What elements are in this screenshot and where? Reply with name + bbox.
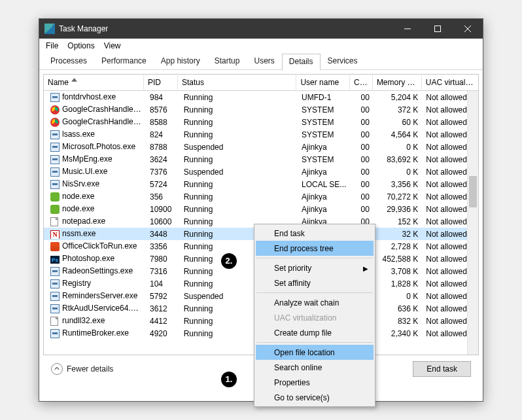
context-menu: End taskEnd process treeSet priority▶Set… [254, 224, 375, 407]
cell-pid: 8788 [146, 143, 180, 152]
scrollbar-thumb[interactable] [469, 176, 477, 207]
menu-item-open-file-location[interactable]: Open file location [256, 345, 374, 360]
cell-name: Nnssm.exe [46, 229, 146, 239]
tab-services[interactable]: Services [321, 53, 365, 69]
cell-user: Ajinkya [298, 205, 351, 214]
process-row[interactable]: Microsoft.Photos.exe8788SuspendedAjinkya… [44, 141, 478, 153]
cell-pid: 8588 [146, 118, 180, 127]
menu-separator [256, 342, 373, 343]
process-row[interactable]: node.exe10900RunningAjinkya0029,936 KNot… [44, 203, 478, 215]
cell-memory: 0 K [374, 292, 422, 301]
column-headers[interactable]: Name PID Status User name CPU Memory (a.… [44, 75, 478, 91]
col-name[interactable]: Name [44, 75, 144, 90]
process-row[interactable]: GoogleCrashHandler...8576RunningSYSTEM00… [44, 103, 478, 116]
menu-options[interactable]: Options [67, 41, 94, 50]
cell-user: SYSTEM [298, 118, 351, 127]
cell-name: rundll32.exe [46, 316, 146, 326]
annotation-2: 2. [221, 253, 237, 269]
tab-processes[interactable]: Processes [43, 53, 94, 69]
menu-item-set-priority[interactable]: Set priority▶ [256, 260, 374, 275]
col-uac[interactable]: UAC virtualizat... [422, 75, 478, 90]
tab-startup[interactable]: Startup [207, 53, 247, 69]
tab-users[interactable]: Users [247, 53, 281, 69]
col-status[interactable]: Status [178, 75, 296, 90]
cell-memory: 152 K [374, 217, 422, 226]
end-task-button[interactable]: End task [413, 361, 471, 377]
process-row[interactable]: fontdrvhost.exe984RunningUMFD-1005,204 K… [44, 91, 478, 103]
n-icon: N [50, 230, 60, 239]
process-row[interactable]: GoogleCrashHandler...8588RunningSYSTEM00… [44, 116, 478, 128]
process-row[interactable]: node.exe356RunningAjinkya0070,272 KNot a… [44, 190, 478, 203]
cell-name: NisSrv.exe [46, 179, 146, 189]
tab-performance[interactable]: Performance [94, 53, 154, 69]
process-row[interactable]: NisSrv.exe5724RunningLOCAL SE...003,356 … [44, 178, 478, 190]
chevron-up-icon [51, 363, 63, 375]
cell-name: Microsoft.Photos.exe [46, 142, 146, 152]
cell-user: Ajinkya [298, 167, 351, 177]
menu-item-set-affinity[interactable]: Set affinity [256, 275, 374, 290]
cell-pid: 3624 [146, 155, 180, 164]
cell-memory: 2,340 K [374, 329, 422, 338]
cell-status: Running [180, 130, 298, 139]
col-pid[interactable]: PID [144, 75, 178, 90]
col-cpu[interactable]: CPU [350, 75, 373, 90]
fewer-details-toggle[interactable]: Fewer details [51, 363, 113, 375]
menu-view[interactable]: View [104, 41, 121, 50]
file-icon [50, 217, 60, 226]
cell-memory: 1,828 K [374, 279, 422, 289]
cell-pid: 8576 [146, 105, 180, 114]
cell-user: Ajinkya [298, 192, 351, 201]
sq-icon [50, 304, 60, 313]
menu-item-uac-virtualization: UAC virtualization [256, 310, 374, 325]
process-row[interactable]: lsass.exe824RunningSYSTEM004,564 KNot al… [44, 128, 478, 141]
cell-pid: 3356 [146, 242, 180, 251]
cell-name: GoogleCrashHandler... [46, 105, 146, 114]
vertical-scrollbar[interactable] [467, 91, 478, 355]
tab-app-history[interactable]: App history [154, 53, 207, 69]
cell-pid: 10600 [146, 217, 180, 226]
sq-icon [50, 267, 60, 276]
cell-user: LOCAL SE... [298, 180, 351, 189]
cell-cpu: 00 [351, 205, 374, 214]
menu-item-end-task[interactable]: End task [256, 226, 374, 241]
cell-memory: 3,356 K [374, 180, 422, 189]
cell-pid: 3612 [146, 304, 180, 313]
sq-icon [50, 93, 60, 102]
cell-name: RemindersServer.exe [46, 291, 146, 301]
ps-icon: Ps [50, 254, 60, 264]
menu-separator [256, 258, 373, 258]
cell-memory: 3,708 K [374, 267, 422, 276]
menu-item-analyze-wait-chain[interactable]: Analyze wait chain [256, 295, 374, 310]
cell-pid: 356 [146, 192, 180, 201]
process-row[interactable]: Music.UI.exe7376SuspendedAjinkya000 KNot… [44, 166, 478, 178]
cell-memory: 0 K [374, 143, 422, 152]
cell-memory: 5,204 K [374, 93, 422, 102]
cell-status: Running [180, 180, 298, 189]
cell-status: Running [180, 93, 298, 102]
cell-name: Registry [46, 279, 146, 289]
tab-details[interactable]: Details [282, 54, 321, 70]
col-user[interactable]: User name [296, 75, 350, 90]
process-row[interactable]: MsMpEng.exe3624RunningSYSTEM0083,692 KNo… [44, 153, 478, 166]
sq-icon [50, 130, 60, 139]
menu-item-end-process-tree[interactable]: End process tree [256, 241, 374, 256]
cell-pid: 7980 [146, 254, 180, 264]
cell-memory: 2,728 K [374, 242, 422, 251]
cell-name: node.exe [46, 192, 146, 201]
cell-name: RuntimeBroker.exe [46, 328, 146, 338]
minimize-button[interactable] [392, 19, 423, 39]
maximize-button[interactable] [423, 19, 453, 39]
menu-item-go-to-service-s[interactable]: Go to service(s) [256, 390, 374, 405]
title-bar[interactable]: Task Manager [39, 19, 483, 39]
cell-name: notepad.exe [46, 217, 146, 226]
cell-pid: 4920 [146, 329, 180, 338]
col-memory[interactable]: Memory (a... [373, 75, 422, 90]
cell-name: RadeonSettings.exe [46, 266, 146, 276]
menu-item-create-dump-file[interactable]: Create dump file [256, 325, 374, 340]
menu-item-search-online[interactable]: Search online [256, 360, 374, 375]
menu-item-properties[interactable]: Properties [256, 375, 374, 390]
close-button[interactable] [453, 19, 483, 39]
sq-icon [50, 292, 60, 301]
menu-file[interactable]: File [46, 41, 58, 50]
cell-status: Running [180, 192, 298, 201]
